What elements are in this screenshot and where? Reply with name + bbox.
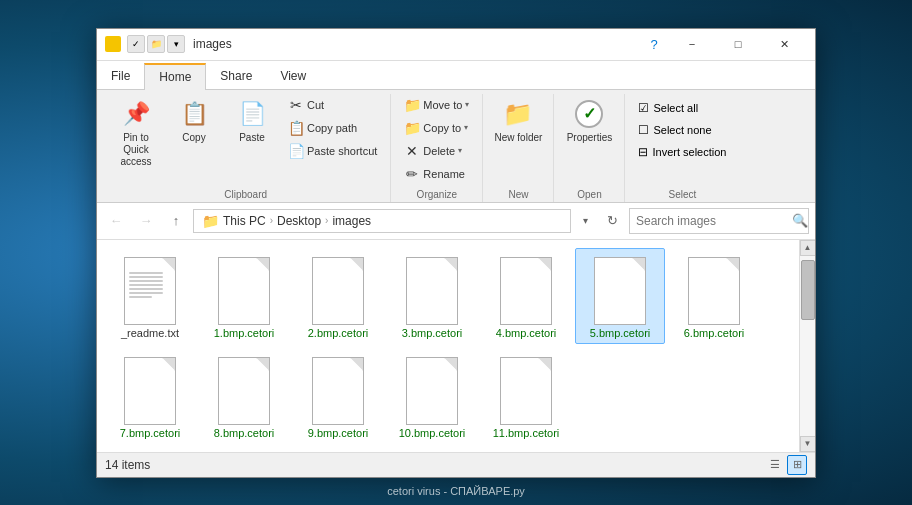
- move-to-button[interactable]: 📁 Move to ▾: [399, 94, 474, 116]
- path-images: images: [332, 214, 371, 228]
- file-icon: [590, 253, 650, 325]
- paste-shortcut-button[interactable]: 📄 Paste shortcut: [283, 140, 382, 162]
- file-item[interactable]: 9.bmp.cetori: [293, 348, 383, 444]
- file-icon: [214, 353, 274, 425]
- select-none-icon: ☐: [638, 123, 649, 137]
- refresh-button[interactable]: ↻: [599, 208, 625, 234]
- select-none-button[interactable]: ☐ Select none: [633, 120, 731, 140]
- select-all-icon: ☑: [638, 101, 649, 115]
- file-item[interactable]: 6.bmp.cetori: [669, 248, 759, 344]
- copy-path-icon: 📋: [288, 120, 304, 136]
- select-group-content: ☑ Select all ☐ Select none ⊟ Invert sele…: [633, 94, 731, 185]
- file-item[interactable]: 11.bmp.cetori: [481, 348, 571, 444]
- address-path[interactable]: 📁 This PC › Desktop › images: [193, 209, 571, 233]
- tab-view[interactable]: View: [266, 63, 320, 89]
- invert-selection-button[interactable]: ⊟ Invert selection: [633, 142, 731, 162]
- tab-file[interactable]: File: [97, 63, 144, 89]
- file-item[interactable]: 10.bmp.cetori: [387, 348, 477, 444]
- file-item[interactable]: 4.bmp.cetori: [481, 248, 571, 344]
- item-count: 14 items: [105, 458, 150, 472]
- address-bar: ← → ↑ 📁 This PC › Desktop › images ▾ ↻ 🔍: [97, 203, 815, 240]
- footer-text: cetori virus - СПАЙВАРЕ.ру: [0, 485, 912, 497]
- paste-icon: 📄: [236, 98, 268, 130]
- path-arrow-2: ›: [325, 215, 328, 226]
- minimize-button[interactable]: −: [669, 28, 715, 60]
- move-to-chevron: ▾: [465, 100, 469, 109]
- file-item[interactable]: _readme.txt: [105, 248, 195, 344]
- delete-chevron: ▾: [458, 146, 462, 155]
- paste-shortcut-icon: 📄: [288, 143, 304, 159]
- open-label: Open: [562, 187, 616, 200]
- file-icon: [496, 353, 556, 425]
- clipboard-label: Clipboard: [109, 187, 382, 200]
- tab-share[interactable]: Share: [206, 63, 266, 89]
- file-item[interactable]: 5.bmp.cetori: [575, 248, 665, 344]
- organize-label: Organize: [399, 187, 474, 200]
- file-icon: [402, 353, 462, 425]
- check-mark: ✓: [583, 104, 596, 123]
- path-this-pc: This PC: [223, 214, 266, 228]
- scroll-down-button[interactable]: ▼: [800, 436, 816, 452]
- pin-icon: 📌: [120, 98, 152, 130]
- ribbon: File Home Share View 📌 Pin to Quick acce…: [97, 61, 815, 203]
- up-button[interactable]: ↑: [163, 208, 189, 234]
- open-group: ✓ Properties Open: [554, 94, 625, 202]
- cut-icon: ✂: [288, 97, 304, 113]
- file-item[interactable]: 1.bmp.cetori: [199, 248, 289, 344]
- quick-btn-dropdown[interactable]: ▾: [167, 35, 185, 53]
- file-name: 4.bmp.cetori: [496, 327, 557, 339]
- help-button[interactable]: ?: [641, 31, 667, 57]
- file-name: 5.bmp.cetori: [590, 327, 651, 339]
- scroll-track[interactable]: [800, 256, 816, 436]
- quick-btn-2[interactable]: 📁: [147, 35, 165, 53]
- file-explorer-window: ✓ 📁 ▾ images ? − □ ✕ File Home Share Vie…: [96, 28, 816, 478]
- scrollbar[interactable]: ▲ ▼: [799, 240, 815, 452]
- scroll-up-button[interactable]: ▲: [800, 240, 816, 256]
- file-list[interactable]: _readme.txt1.bmp.cetori2.bmp.cetori3.bmp…: [97, 240, 799, 452]
- copy-path-button[interactable]: 📋 Copy path: [283, 117, 382, 139]
- file-icon: [308, 353, 368, 425]
- new-folder-icon: 📁: [502, 98, 534, 130]
- back-button[interactable]: ←: [103, 208, 129, 234]
- file-name: 10.bmp.cetori: [399, 427, 466, 439]
- cut-button[interactable]: ✂ Cut: [283, 94, 382, 116]
- select-group: ☑ Select all ☐ Select none ⊟ Invert sele…: [625, 94, 739, 202]
- path-arrow-1: ›: [270, 215, 273, 226]
- file-icon: [496, 253, 556, 325]
- copy-button[interactable]: 📋 Copy: [167, 94, 221, 146]
- copy-icon: 📋: [178, 98, 210, 130]
- file-item[interactable]: 3.bmp.cetori: [387, 248, 477, 344]
- delete-button[interactable]: ✕ Delete ▾: [399, 140, 474, 162]
- invert-icon: ⊟: [638, 145, 648, 159]
- maximize-button[interactable]: □: [715, 28, 761, 60]
- file-item[interactable]: 2.bmp.cetori: [293, 248, 383, 344]
- file-name: 11.bmp.cetori: [493, 427, 560, 439]
- icon-view-button[interactable]: ⊞: [787, 455, 807, 475]
- new-group-content: 📁 New folder: [491, 94, 545, 185]
- new-folder-button[interactable]: 📁 New folder: [491, 94, 545, 146]
- properties-button[interactable]: ✓ Properties: [562, 94, 616, 146]
- file-icon: [402, 253, 462, 325]
- pin-to-quick-access-button[interactable]: 📌 Pin to Quick access: [109, 94, 163, 171]
- search-button[interactable]: 🔍: [792, 208, 808, 234]
- file-name: _readme.txt: [121, 327, 179, 339]
- quick-btn-1[interactable]: ✓: [127, 35, 145, 53]
- search-input[interactable]: [630, 212, 792, 230]
- window-title: images: [193, 37, 641, 51]
- paste-button[interactable]: 📄 Paste: [225, 94, 279, 146]
- select-all-button[interactable]: ☑ Select all: [633, 98, 731, 118]
- copy-to-button[interactable]: 📁 Copy to ▾: [399, 117, 474, 139]
- path-dropdown-button[interactable]: ▾: [575, 207, 595, 235]
- file-item[interactable]: 7.bmp.cetori: [105, 348, 195, 444]
- file-name: 9.bmp.cetori: [308, 427, 369, 439]
- search-box[interactable]: 🔍: [629, 208, 809, 234]
- forward-button[interactable]: →: [133, 208, 159, 234]
- rename-button[interactable]: ✏ Rename: [399, 163, 474, 185]
- file-icon: [214, 253, 274, 325]
- tab-home[interactable]: Home: [144, 63, 206, 90]
- view-buttons: ☰ ⊞: [765, 455, 807, 475]
- list-view-button[interactable]: ☰: [765, 455, 785, 475]
- file-item[interactable]: 8.bmp.cetori: [199, 348, 289, 444]
- close-button[interactable]: ✕: [761, 28, 807, 60]
- scroll-thumb[interactable]: [801, 260, 815, 320]
